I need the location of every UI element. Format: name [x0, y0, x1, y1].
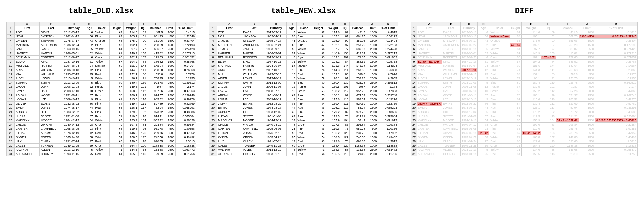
data-cell: 113.6 [326, 97, 341, 102]
data-cell: ELIJA [217, 60, 242, 64]
data-cell: Blue [296, 43, 312, 47]
diff-table: ABCDEFGHIJK1FirstLastBirthdayAgeColorHei… [411, 22, 638, 156]
data-cell: 2006-10-18 [63, 68, 84, 72]
data-cell: 2000 [164, 110, 176, 114]
data-cell: ELIJAH [15, 60, 40, 64]
data-cell: Purple [94, 85, 109, 89]
data-cell: ZOE [217, 30, 242, 35]
data-cell: 144 [541, 64, 556, 68]
data-cell: 6 [478, 30, 489, 35]
data-cell: 71 [109, 114, 123, 118]
data-cell: 126 [541, 131, 556, 135]
data-cell: 84 [312, 35, 326, 39]
data-cell: 5 [287, 76, 296, 81]
data-cell: 84 [138, 60, 147, 64]
data-cell: 114.6 [326, 30, 341, 35]
header-cell: Balance [147, 26, 164, 30]
data-cell: ROBERTS [442, 56, 461, 60]
data-cell: 82 [341, 110, 350, 114]
data-cell: 2000 [579, 97, 595, 102]
data-cell: 74 [510, 135, 521, 139]
data-cell: 686.07 [350, 47, 366, 51]
data-cell: 138 [138, 51, 147, 56]
data-cell: 1962-04-12 [461, 35, 478, 39]
data-cell: 52 [478, 51, 489, 56]
data-cell: SMITH [442, 81, 461, 85]
data-cell: 742.38 [147, 135, 164, 139]
data-cell: 1000 [164, 64, 176, 68]
data-cell: 6 [478, 56, 489, 60]
data-cell: 116 [341, 97, 350, 102]
data-cell: 23 [84, 127, 94, 131]
data-cell: 1940-04-12 [265, 123, 287, 127]
data-cell: 0.47863 [176, 89, 196, 93]
header-cell: Color [489, 26, 510, 30]
data-cell: 82 [138, 110, 147, 114]
data-cell: 0.172193 [176, 43, 196, 47]
data-cell: 2.174 [378, 85, 398, 89]
data-cell: 1500 [579, 106, 595, 110]
data-cell: White [94, 51, 109, 56]
col-letter: A [417, 22, 442, 26]
data-cell: 84 [510, 35, 521, 39]
data-cell: 1984-12-12 [63, 118, 84, 123]
data-cell: WILSON [40, 68, 63, 72]
data-cell: Maroon [296, 64, 312, 68]
data-cell: 129.6 [326, 139, 341, 144]
data-cell: 1000 [366, 64, 378, 68]
data-cell: 58 [312, 89, 326, 93]
data-cell: BENJAMIN [217, 56, 242, 60]
data-cell: 138 [341, 51, 350, 56]
data-cell: Yellow [296, 47, 312, 51]
data-cell: AIDEN [15, 76, 40, 81]
data-cell: 86 [84, 102, 94, 106]
data-cell: 52 [287, 131, 296, 135]
data-cell: 1949-11-25 [265, 144, 287, 148]
data-cell: JOHN [40, 85, 63, 89]
data-cell: 0.23404 [176, 39, 196, 43]
data-cell: 0.325684 [595, 114, 637, 118]
data-cell: Pink [94, 93, 109, 97]
data-cell: 68 [312, 139, 326, 144]
data-cell: 1965-04-28 [265, 135, 287, 139]
data-cell: 690.65 [147, 139, 164, 144]
data-cell: 674.37 [147, 93, 164, 97]
data-cell: 0.053472 [176, 148, 196, 152]
data-cell: 1500 [579, 39, 595, 43]
data-cell: 35 [478, 110, 489, 114]
data-cell: 0.47952 [378, 131, 398, 135]
data-cell: 10 [84, 89, 94, 93]
data-cell: Red [489, 131, 510, 135]
data-cell: 1951-01-08 [461, 114, 478, 118]
data-cell: 80 [510, 81, 521, 85]
data-cell: 56 [287, 35, 296, 39]
data-cell: 31 [287, 60, 296, 64]
data-cell: 690.65 [556, 139, 579, 144]
data-cell: 500 [366, 72, 378, 76]
data-cell: MARTIN [242, 51, 265, 56]
data-cell: 97.7 [326, 47, 341, 51]
data-cell: ALLEN [40, 148, 63, 152]
data-cell: 69 [478, 144, 489, 148]
data-cell: LUCAS [15, 114, 40, 118]
data-cell: 164.4 [123, 144, 138, 148]
data-cell: MICHAEL [15, 64, 40, 68]
data-cell: 686.07 [556, 47, 579, 51]
data-cell: 58 [138, 148, 147, 152]
data-cell: 97 [138, 43, 147, 47]
data-cell: 0.277213 [595, 51, 637, 56]
data-cell: 1.90356 [595, 127, 637, 131]
data-cell: 76 [138, 127, 147, 131]
data-cell: 80 [138, 72, 147, 76]
data-cell: 957.26 [350, 89, 366, 93]
data-cell: 738.75 [556, 76, 579, 81]
data-cell: 1963-09-15 [461, 47, 478, 51]
data-cell: 742.38 [556, 135, 579, 139]
data-cell: 5 [478, 81, 489, 85]
data-cell: BENJAMIN [15, 56, 40, 60]
data-cell: LAYLA [417, 89, 442, 93]
data-cell: Blue [94, 81, 109, 85]
data-cell: 197.6 [123, 123, 138, 127]
data-cell: CAMPBELL [40, 127, 63, 131]
data-cell: 0.053472 [595, 148, 637, 152]
